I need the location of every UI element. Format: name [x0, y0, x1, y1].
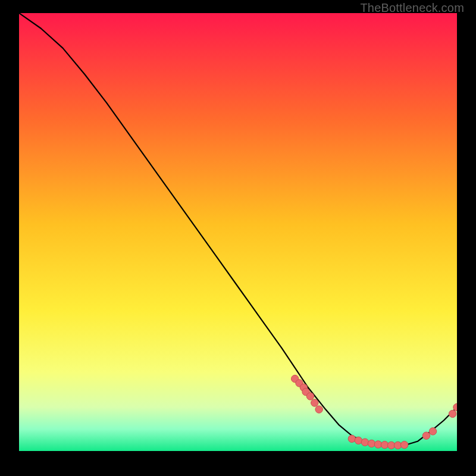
marker-point [387, 441, 394, 449]
gradient-background [19, 13, 457, 451]
marker-point [374, 441, 381, 448]
marker-point [361, 439, 368, 446]
chart-stage: TheBottleneck.com [0, 0, 476, 476]
marker-point [348, 435, 355, 442]
marker-point [422, 432, 430, 439]
marker-point [449, 410, 456, 417]
marker-point [311, 399, 318, 406]
marker-point [429, 428, 436, 435]
plot-area [19, 13, 457, 451]
marker-point [355, 437, 362, 444]
marker-point [394, 441, 401, 449]
chart-svg [19, 13, 457, 451]
marker-point [315, 406, 322, 413]
marker-point [306, 393, 314, 400]
marker-point [381, 441, 388, 449]
marker-point [368, 440, 375, 447]
marker-point [400, 441, 408, 449]
